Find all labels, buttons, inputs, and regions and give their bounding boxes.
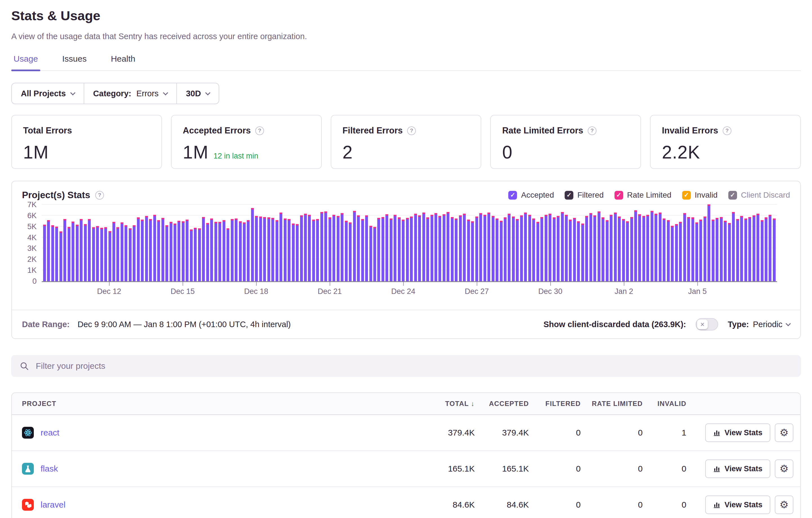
chart-bar[interactable] (512, 216, 515, 281)
help-icon[interactable]: ? (255, 126, 264, 135)
chart-bar[interactable] (190, 230, 193, 281)
chart-bar[interactable] (47, 220, 50, 281)
chart-bar[interactable] (699, 220, 702, 281)
legend-item-rate-limited[interactable]: ✓Rate Limited (614, 191, 671, 200)
chart-bar[interactable] (328, 217, 331, 281)
chart-bar[interactable] (703, 216, 706, 281)
chart-bar[interactable] (422, 213, 425, 281)
chart-bar[interactable] (361, 219, 364, 281)
chart-bar[interactable] (606, 220, 609, 281)
chart-bar[interactable] (431, 215, 433, 281)
chart-bar[interactable] (255, 216, 258, 281)
chart-bar[interactable] (231, 219, 234, 281)
chart-bar[interactable] (553, 217, 556, 281)
help-icon[interactable]: ? (95, 191, 104, 200)
chart-bar[interactable] (381, 217, 384, 281)
chart-bar[interactable] (385, 214, 388, 281)
chart-bar[interactable] (43, 225, 46, 281)
chart-bar[interactable] (610, 215, 612, 281)
view-stats-button[interactable]: View Stats (705, 423, 770, 442)
chart-bar[interactable] (598, 211, 601, 281)
chart-bar[interactable] (618, 216, 621, 281)
chart-bar[interactable] (744, 218, 747, 281)
chart-bar[interactable] (663, 218, 666, 281)
chart-bar[interactable] (92, 227, 95, 281)
chart-bar[interactable] (565, 215, 568, 281)
chart-bar[interactable] (345, 221, 348, 281)
chart-bar[interactable] (679, 222, 682, 281)
chart-bar[interactable] (614, 213, 617, 281)
chart-bar[interactable] (324, 211, 327, 281)
chart-bar[interactable] (186, 220, 188, 281)
column-header-total[interactable]: TOTAL↓ (421, 400, 475, 408)
project-link[interactable]: laravel (40, 500, 65, 510)
chart-bar[interactable] (100, 228, 103, 281)
chart-bar[interactable] (753, 215, 755, 281)
chart-bar[interactable] (223, 220, 225, 281)
chart-bar[interactable] (104, 227, 107, 281)
help-icon[interactable]: ? (407, 126, 416, 135)
chart-bar[interactable] (687, 217, 690, 281)
chart-bar[interactable] (149, 219, 152, 281)
chart-bar[interactable] (667, 220, 670, 281)
chart-bar[interactable] (691, 217, 694, 281)
chart-bar[interactable] (55, 226, 58, 281)
chart-bar[interactable] (561, 212, 564, 281)
chart-bar[interactable] (247, 220, 250, 281)
legend-item-invalid[interactable]: ✓Invalid (682, 191, 718, 200)
chart-bar[interactable] (194, 228, 197, 281)
chart-bar[interactable] (622, 219, 625, 281)
chart-bar[interactable] (353, 211, 356, 281)
chart-bar[interactable] (59, 232, 62, 281)
chart-bar[interactable] (426, 217, 429, 281)
project-settings-button[interactable]: ⚙ (775, 459, 793, 478)
help-icon[interactable]: ? (723, 126, 731, 135)
column-header-filtered[interactable]: FILTERED (529, 400, 581, 408)
chart-bar[interactable] (182, 221, 184, 281)
chart-bar[interactable] (332, 215, 335, 281)
chart-bar[interactable] (516, 219, 519, 281)
chart-bar[interactable] (504, 217, 506, 281)
column-header-rate-limited[interactable]: RATE LIMITED (581, 400, 643, 408)
project-settings-button[interactable]: ⚙ (775, 495, 793, 514)
chart-bar[interactable] (707, 204, 710, 281)
chart-bar[interactable] (581, 223, 584, 281)
chart-bar[interactable] (740, 216, 743, 281)
chart-bar[interactable] (116, 227, 119, 281)
project-link[interactable]: flask (40, 464, 58, 474)
chart-bar[interactable] (650, 211, 654, 281)
chart-bar[interactable] (109, 231, 111, 281)
chart-bar[interactable] (438, 216, 441, 281)
chart-bar[interactable] (206, 223, 209, 281)
chart-bar[interactable] (341, 213, 344, 281)
chart-bar[interactable] (434, 213, 437, 281)
chart-bar[interactable] (761, 220, 763, 281)
chart-bar[interactable] (496, 218, 498, 281)
chart-bar[interactable] (88, 219, 91, 281)
chart-bar[interactable] (410, 216, 413, 281)
chart-bar[interactable] (80, 219, 83, 281)
category-filter-dropdown[interactable]: Category: Errors (84, 83, 177, 103)
chart-bar[interactable] (626, 221, 629, 281)
chart-bar[interactable] (227, 228, 229, 281)
chart-bar[interactable] (133, 225, 136, 281)
legend-item-filtered[interactable]: ✓Filtered (564, 191, 604, 200)
chart-bar[interactable] (459, 215, 462, 281)
chart-bar[interactable] (765, 217, 767, 281)
search-input[interactable] (35, 361, 792, 371)
chart-bar[interactable] (675, 224, 678, 281)
chart-bar[interactable] (292, 223, 295, 281)
chart-bar[interactable] (312, 220, 315, 281)
chart-bar[interactable] (646, 215, 649, 281)
chart-bar[interactable] (520, 215, 523, 281)
chart-bar[interactable] (455, 218, 458, 281)
chart-bar[interactable] (532, 218, 535, 281)
chart-bar[interactable] (124, 225, 127, 281)
tab-usage[interactable]: Usage (11, 54, 40, 70)
chart-bar[interactable] (284, 218, 287, 281)
chart-bar[interactable] (357, 215, 360, 281)
legend-item-accepted[interactable]: ✓Accepted (508, 191, 554, 200)
chart-bar[interactable] (84, 224, 87, 281)
chart-bar[interactable] (280, 213, 282, 281)
tab-health[interactable]: Health (109, 54, 138, 70)
